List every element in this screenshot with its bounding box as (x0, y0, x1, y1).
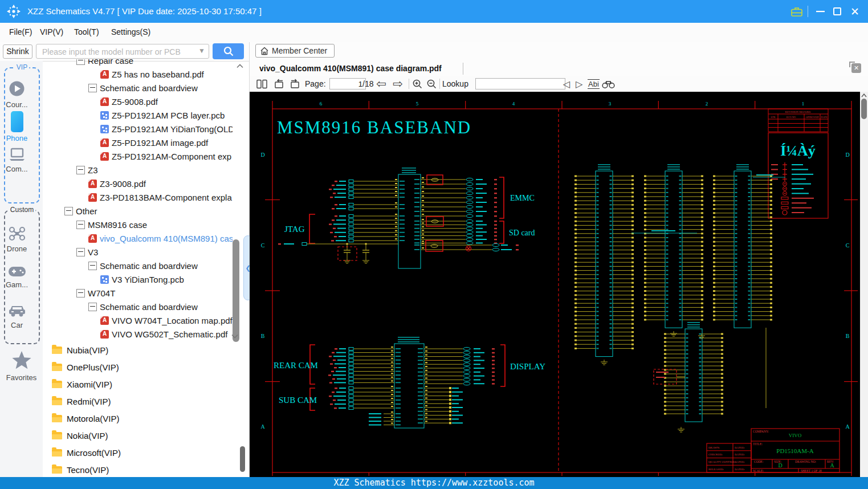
border-column-5: 5 (416, 101, 419, 107)
sidebar-item-favorites[interactable]: Favorites (0, 351, 43, 382)
member-center-button[interactable]: Member Center (255, 44, 335, 58)
tree-scrollbar-thumb[interactable] (233, 239, 239, 342)
tree-item[interactable]: vivo_Qualcomm 410(MSM891) cas (88, 231, 233, 245)
tree-item[interactable]: Schematic and boardview (88, 300, 198, 313)
collapse-icon[interactable] (88, 303, 97, 311)
file-tree: Repair caseZ5 has no baseband.pdfSchemat… (43, 59, 233, 341)
binoculars-search-icon[interactable] (602, 76, 615, 91)
tree-item[interactable]: W704T (76, 286, 115, 300)
tree-item[interactable]: Z3-9008.pdf (88, 177, 146, 190)
folder-label: Tecno(VIP) (67, 465, 109, 475)
gamepad-icon (8, 266, 26, 277)
folder-item[interactable]: OnePlus(VIP) (43, 358, 119, 376)
panel-scrollbar-thumb[interactable] (240, 446, 245, 472)
sidebar-item-game[interactable]: Gam... (0, 266, 34, 289)
folder-item[interactable]: Microsoft(VIP) (43, 444, 121, 461)
drone-icon (9, 226, 26, 241)
tree-item[interactable]: Z3 (76, 163, 98, 177)
tree-item[interactable]: Repair case (76, 59, 133, 67)
license-icon[interactable] (789, 0, 805, 23)
pcb-file-icon (100, 125, 109, 133)
dual-page-view-icon[interactable] (256, 76, 267, 91)
tree-item[interactable]: VIVO W704T_Location map.pdf (100, 313, 233, 327)
tree-item[interactable]: V3 YiDianTong.pcb (100, 272, 184, 286)
collapse-icon[interactable] (76, 289, 85, 298)
member-center-label: Member Center (272, 46, 327, 55)
svg-text:DRAWN:: DRAWN: (708, 446, 720, 449)
maximize-button[interactable] (830, 0, 845, 23)
collapse-icon[interactable] (88, 84, 97, 92)
shrink-button[interactable]: Shrink (3, 44, 32, 59)
sidebar-item-phone[interactable]: Phone (0, 111, 34, 142)
folder-label: Xiaomi(VIP) (67, 380, 112, 389)
collapse-icon[interactable] (88, 262, 97, 270)
tree-item[interactable]: Z5-PD1921AM YiDianTong(OLD (100, 122, 233, 136)
tree-item[interactable]: MSM8916 case (76, 218, 147, 231)
folder-item[interactable]: Motorola(VIP) (43, 410, 120, 427)
tree-item[interactable]: Z3-PD1813BAM-Component expla (88, 190, 232, 204)
collapse-icon[interactable] (76, 166, 85, 174)
sidebar-item-courses[interactable]: Cour... (0, 80, 34, 109)
menu-file[interactable]: File(F) (6, 23, 35, 42)
rotate-right-icon[interactable] (289, 76, 300, 91)
tree-item[interactable]: Schematic and boardview (88, 259, 198, 272)
viewer-scrollbar-thumb[interactable] (861, 99, 867, 119)
tree-item-label: Other (76, 206, 97, 216)
find-next-icon[interactable]: ▷ (576, 76, 582, 91)
menu-vip[interactable]: VIP(V) (36, 23, 67, 42)
sidebar-item-car[interactable]: Car (0, 304, 34, 329)
zoom-in-icon[interactable] (412, 76, 423, 91)
collapse-icon[interactable] (64, 207, 73, 215)
zoom-out-icon[interactable] (426, 76, 437, 91)
tree-item[interactable]: Schematic and boardview (88, 81, 198, 95)
sidebar-item-computer[interactable]: Com... (0, 148, 34, 173)
tree-item[interactable]: Z5-PD1921AM-Component exp (100, 149, 231, 163)
close-button[interactable]: ✕ (847, 0, 863, 23)
tree-item[interactable]: Z5-PD1921AM PCB layer.pcb (100, 108, 225, 122)
tree-item[interactable]: Z5-9008.pdf (100, 95, 158, 108)
svg-text:B: B (261, 333, 265, 339)
folder-icon (52, 347, 62, 354)
tree-item[interactable]: Other (64, 204, 97, 218)
minimize-button[interactable] (813, 0, 828, 23)
menu-settings[interactable]: Settings(S) (108, 23, 154, 42)
tree-scroll-down-icon[interactable] (231, 333, 238, 340)
menu-tool[interactable]: Tool(T) (71, 23, 103, 42)
tree-item[interactable]: VIVO WG502T_Schematic.pdf (100, 327, 227, 341)
match-case-icon[interactable]: Abi (588, 79, 600, 89)
find-previous-icon[interactable]: ◁ (563, 76, 570, 91)
sidebar-item-drone[interactable]: Drone (0, 226, 34, 253)
label-emmc: EMMC (510, 194, 535, 202)
folder-item[interactable]: Redmi(VIP) (43, 393, 111, 410)
collapse-icon[interactable] (76, 59, 85, 65)
viewer-scroll-up-icon[interactable] (861, 93, 867, 97)
rotate-left-icon[interactable] (274, 76, 285, 91)
svg-text:ECO NO: ECO NO (787, 116, 796, 119)
tree-item-label: Z5-PD1921AM-Component exp (112, 152, 231, 161)
previous-page-icon[interactable]: ⇦ (376, 76, 386, 91)
pdf-file-icon (88, 234, 97, 243)
viewer-scrollbar[interactable] (860, 92, 868, 477)
tree-scroll-up-icon[interactable] (237, 63, 243, 70)
folder-label: Microsoft(VIP) (67, 448, 121, 458)
chevron-down-icon[interactable]: ▼ (198, 47, 205, 55)
document-tab[interactable]: vivo_Qualcomm 410(MSM891) case diagram.p… (259, 61, 442, 76)
collapse-icon[interactable] (76, 221, 85, 229)
folder-item[interactable]: Nokia(VIP) (43, 427, 108, 444)
tree-item[interactable]: Z5 has no baseband.pdf (100, 67, 204, 81)
folder-item[interactable]: Tecno(VIP) (43, 461, 109, 478)
folder-label: Motorola(VIP) (67, 414, 120, 423)
folder-item[interactable]: Xiaomi(VIP) (43, 376, 112, 393)
model-search-input[interactable] (41, 45, 197, 59)
page-number-input[interactable] (329, 78, 366, 89)
tree-item[interactable]: V3 (76, 245, 98, 259)
tree-item[interactable]: Z5-PD1921AM image.pdf (100, 136, 208, 149)
tree-item-label: W704T (88, 288, 115, 298)
folder-icon (52, 415, 62, 422)
folder-item[interactable]: Nubia(VIP) (43, 341, 108, 358)
next-page-icon[interactable]: ⇨ (393, 76, 403, 91)
search-button[interactable] (213, 43, 244, 59)
close-document-icon[interactable]: ✕ (851, 63, 861, 73)
lookup-input[interactable] (475, 78, 565, 89)
collapse-icon[interactable] (76, 248, 85, 256)
